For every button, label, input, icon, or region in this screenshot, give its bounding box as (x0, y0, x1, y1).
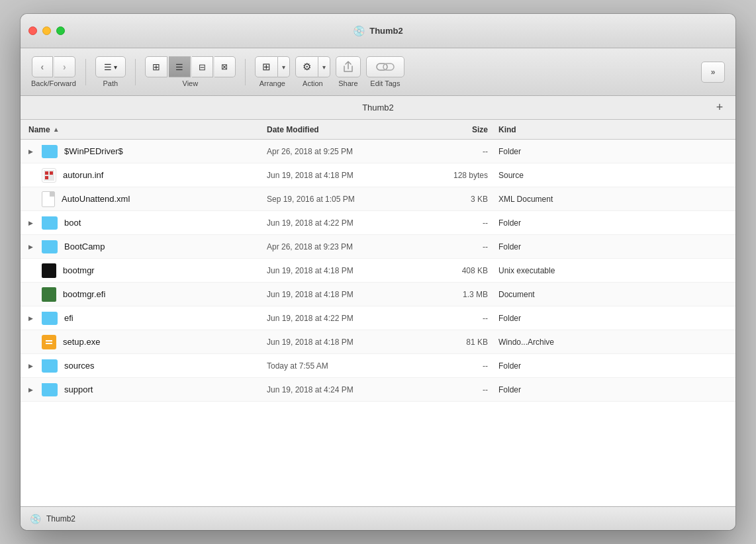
view-group: ⊞ ☰ ⊟ ⊠ View (145, 56, 236, 87)
expand-arrow[interactable]: ▶ (28, 244, 38, 250)
table-row[interactable]: bootmgr.efiJun 19, 2018 at 4:18 PM1.3 MB… (21, 283, 735, 306)
file-icon (42, 383, 58, 396)
file-date: Sep 19, 2016 at 1:05 PM (267, 195, 419, 204)
file-icon (42, 216, 58, 230)
file-name-text: $WinPEDriver$ (64, 146, 123, 156)
table-row[interactable]: autorun.infJun 19, 2018 at 4:18 PM128 by… (21, 163, 735, 187)
file-name-text: setup.exe (63, 337, 100, 347)
file-date: Jun 19, 2018 at 4:18 PM (267, 266, 419, 275)
arrange-main-button[interactable]: ⊞ (255, 56, 278, 77)
size-header-text: Size (472, 125, 488, 134)
view-label: View (183, 79, 199, 87)
tags-icon (376, 62, 395, 72)
svg-rect-0 (377, 64, 387, 70)
file-date: Jun 19, 2018 at 4:24 PM (267, 385, 419, 394)
folder-icon (42, 312, 58, 325)
exe-icon (42, 335, 56, 349)
list-view-button[interactable]: ☰ (169, 56, 191, 77)
name-column-header[interactable]: Name ▲ (28, 125, 267, 134)
status-text: Thumb2 (46, 514, 75, 523)
back-button[interactable]: ‹ (32, 56, 53, 77)
forward-button[interactable]: › (54, 56, 75, 77)
file-date: Today at 7:55 AM (267, 361, 419, 371)
bootmgrefi-icon (42, 287, 56, 302)
minimize-button[interactable] (42, 26, 51, 35)
svg-rect-8 (46, 343, 52, 344)
expand-arrow[interactable]: ▶ (28, 363, 38, 369)
table-row[interactable]: ▶sourcesToday at 7:55 AM--Folder (21, 354, 735, 378)
table-row[interactable]: ▶supportJun 19, 2018 at 4:24 PM--Folder (21, 378, 735, 402)
file-kind: XML Document (498, 195, 728, 204)
table-row[interactable]: ▶BootCampApr 26, 2018 at 9:23 PM--Folder (21, 235, 735, 259)
window-title: 💿 Thumb2 (353, 25, 403, 37)
file-name: ▶sources (28, 359, 267, 373)
file-size: -- (419, 361, 498, 371)
file-icon (42, 263, 56, 278)
expand-arrow[interactable]: ▶ (28, 148, 38, 155)
path-button[interactable]: ☰ ▾ (95, 56, 126, 77)
folder-icon (42, 240, 58, 253)
expand-arrow[interactable]: ▶ (28, 386, 38, 393)
path-bar: Thumb2 + (21, 96, 735, 120)
file-kind: Folder (498, 314, 728, 323)
svg-rect-5 (45, 176, 48, 179)
file-name-text: efi (64, 313, 73, 323)
arrange-dropdown-button[interactable]: ▾ (278, 56, 290, 77)
file-name-text: support (64, 385, 93, 394)
file-kind: Folder (498, 385, 728, 394)
file-icon (42, 359, 58, 373)
share-button[interactable] (336, 56, 361, 77)
file-date: Apr 26, 2018 at 9:25 PM (267, 147, 419, 156)
date-column-header[interactable]: Date Modified (267, 125, 419, 134)
column-view-button[interactable]: ⊟ (192, 56, 213, 77)
more-button[interactable]: » (701, 62, 725, 83)
file-icon (42, 240, 58, 253)
expand-arrow[interactable]: ▶ (28, 315, 38, 322)
finder-window: 💿 Thumb2 ‹ › Back/Forward ☰ ▾ Path ⊞ (21, 14, 735, 530)
file-name-text: AutoUnattend.xml (62, 194, 130, 204)
action-button-group: ⚙ ▾ (295, 56, 330, 77)
table-row[interactable]: ▶bootJun 19, 2018 at 4:22 PM--Folder (21, 211, 735, 235)
table-row[interactable]: bootmgrJun 19, 2018 at 4:18 PM408 KBUnix… (21, 259, 735, 283)
file-date: Jun 19, 2018 at 4:22 PM (267, 218, 419, 228)
file-name: AutoUnattend.xml (28, 191, 267, 207)
action-main-button[interactable]: ⚙ (295, 56, 318, 77)
icon-view-button[interactable]: ⊞ (145, 56, 167, 77)
file-size: 408 KB (419, 266, 498, 275)
svg-rect-1 (383, 64, 394, 70)
table-row[interactable]: setup.exeJun 19, 2018 at 4:18 PM81 KBWin… (21, 330, 735, 354)
cover-flow-button[interactable]: ⊠ (214, 56, 236, 77)
file-name-text: bootmgr.efi (63, 289, 105, 299)
path-dropdown-icon: ▾ (114, 64, 117, 71)
action-group: ⚙ ▾ Action (295, 56, 330, 87)
table-row[interactable]: ▶$WinPEDriver$Apr 26, 2018 at 9:25 PM--F… (21, 140, 735, 163)
edit-tags-button[interactable] (366, 56, 404, 77)
file-kind: Source (498, 171, 728, 180)
folder-icon (42, 383, 58, 396)
date-header-text: Date Modified (267, 125, 319, 134)
path-icon: ☰ (104, 62, 112, 72)
file-date: Jun 19, 2018 at 4:18 PM (267, 171, 419, 180)
name-header-text: Name (28, 125, 50, 134)
size-column-header[interactable]: Size (419, 125, 498, 134)
bootmgr-icon (42, 263, 56, 278)
action-label: Action (303, 79, 323, 87)
add-tab-button[interactable]: + (712, 100, 728, 116)
kind-column-header[interactable]: Kind (498, 125, 728, 134)
arrange-group: ⊞ ▾ Arrange (255, 56, 290, 87)
kind-header-text: Kind (498, 125, 516, 134)
table-row[interactable]: ▶efiJun 19, 2018 at 4:22 PM--Folder (21, 306, 735, 330)
arrange-icon: ⊞ (262, 61, 271, 73)
toolbar: ‹ › Back/Forward ☰ ▾ Path ⊞ ☰ ⊟ ⊠ View (21, 48, 735, 96)
action-dropdown-button[interactable]: ▾ (318, 56, 330, 77)
view-buttons: ⊞ ☰ ⊟ ⊠ (145, 56, 236, 77)
file-size: -- (419, 218, 498, 228)
svg-rect-7 (46, 340, 52, 341)
file-icon (42, 335, 56, 349)
expand-arrow[interactable]: ▶ (28, 220, 38, 226)
file-kind: Windo...Archive (498, 338, 728, 347)
table-row[interactable]: AutoUnattend.xmlSep 19, 2016 at 1:05 PM3… (21, 187, 735, 211)
maximize-button[interactable] (56, 26, 65, 35)
close-button[interactable] (28, 26, 37, 35)
file-date: Apr 26, 2018 at 9:23 PM (267, 242, 419, 251)
